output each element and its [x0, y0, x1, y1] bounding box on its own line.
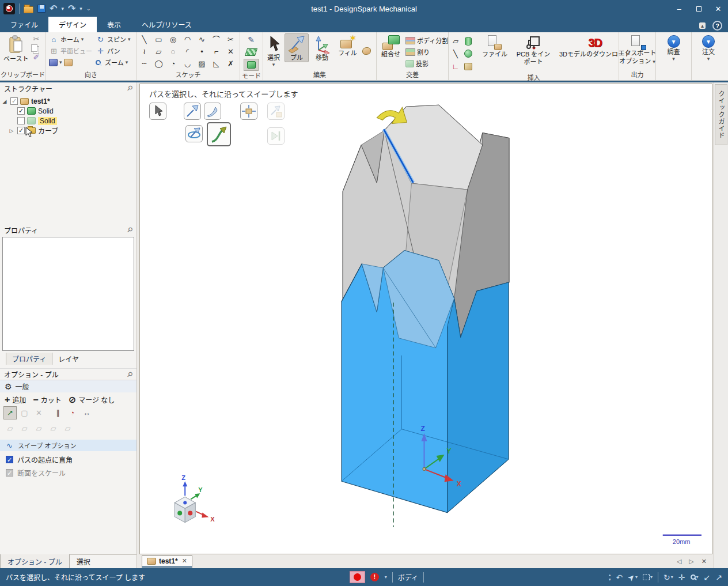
perpendicular-checkbox-row[interactable]: ✓ パスの起点に直角 — [0, 451, 136, 464]
prev-doc-icon[interactable]: ◁ — [677, 558, 681, 565]
help-icon[interactable]: ? — [712, 21, 722, 31]
pull-button[interactable]: プル — [285, 33, 309, 62]
blue-solid-selected[interactable] — [342, 251, 509, 513]
status-pan-icon[interactable]: ✛ — [678, 573, 685, 581]
minimize-button[interactable]: – — [669, 0, 689, 17]
customize-qat-icon[interactable]: ⌄ — [86, 6, 91, 12]
redo-dropdown-icon[interactable]: ▾ — [79, 6, 82, 12]
sketch-mode-icon[interactable]: ✎ — [244, 33, 259, 46]
construction-line-icon[interactable]: ┄ — [142, 60, 147, 67]
sweep-arc-icon[interactable]: ◡ — [184, 60, 191, 67]
scale-section-checkbox[interactable]: ✓ — [6, 469, 13, 477]
options-general-row[interactable]: ⚙ 一般 — [0, 380, 136, 392]
caliper-icon[interactable]: ∥ — [51, 406, 65, 419]
move-button[interactable]: 移動 — [310, 33, 334, 62]
warning-icon[interactable]: ! — [370, 573, 379, 581]
next-doc-icon[interactable]: ▷ — [689, 558, 693, 565]
line-icon[interactable]: ╲ — [142, 36, 147, 43]
tree-row-solid1[interactable]: ✓ Solid — [1, 106, 135, 116]
copy-icon[interactable] — [31, 44, 37, 52]
expand-open-icon[interactable]: ◢ — [1, 99, 8, 104]
solid2-checkbox[interactable] — [17, 117, 25, 124]
root-label[interactable]: test1* — [31, 97, 50, 105]
polyline-icon[interactable]: ≀ — [143, 48, 146, 55]
bend-line-icon[interactable]: ⌐ — [214, 48, 219, 55]
view-cube-button[interactable]: ▾ — [49, 56, 92, 68]
tree-row-root[interactable]: ◢ ✓ test1* — [1, 96, 135, 106]
up-to-button[interactable] — [267, 127, 285, 145]
spinner-control[interactable]: ▴▾ — [609, 573, 611, 581]
circle-icon[interactable]: ◎ — [170, 36, 176, 43]
plan-view-button[interactable]: ⊞平面ビュー — [49, 45, 92, 56]
add-label[interactable]: 追加 — [12, 395, 26, 404]
warning-dropdown-icon[interactable]: ▾ — [385, 574, 387, 580]
selection-filter-label[interactable]: ボディ — [398, 572, 418, 582]
sphere-icon[interactable] — [464, 50, 472, 58]
chamfer-cube-icon[interactable]: ▱ — [3, 422, 17, 435]
root-checkbox[interactable]: ✓ — [10, 97, 18, 105]
pull-straight-button[interactable] — [184, 103, 201, 120]
ellipse-icon[interactable]: ◯ — [154, 60, 163, 67]
combine-button[interactable]: 組合せ — [378, 33, 403, 59]
maximize-button[interactable] — [689, 0, 708, 17]
solid1-label[interactable]: Solid — [38, 107, 54, 115]
project-sketch-icon[interactable]: ◺ — [214, 60, 219, 67]
order-button[interactable]: ▼ 注文 ▾ — [699, 33, 718, 62]
pin-icon[interactable]: ⚲ — [126, 84, 135, 93]
cylinder-icon[interactable] — [465, 37, 472, 46]
perpendicular-checkbox[interactable]: ✓ — [6, 456, 13, 463]
fill-button[interactable]: ✶ フィル — [335, 33, 360, 58]
home-view-button[interactable]: ⌂ホーム▾ — [49, 33, 92, 45]
project-button[interactable]: 投影 — [405, 58, 448, 69]
trim-icon[interactable]: ✂ — [227, 36, 234, 43]
status-orbit-icon[interactable]: ↻▾ — [663, 573, 673, 581]
solid-mode-icon[interactable] — [244, 59, 259, 71]
status-undo-icon[interactable]: ↶ — [616, 573, 623, 581]
spin-button[interactable]: ↻スピン▾ — [96, 33, 131, 45]
close-button[interactable]: ✕ — [708, 0, 728, 17]
insert-file-button[interactable]: ファイル — [479, 33, 510, 59]
record-button[interactable] — [350, 571, 365, 583]
bevel-cube-icon[interactable]: ▱ — [18, 422, 31, 435]
status-zoom-icon[interactable]: ▾ — [691, 574, 699, 580]
polygon-icon[interactable]: ▱ — [156, 48, 162, 55]
cut-icon[interactable]: ✂ — [31, 35, 41, 43]
select-button[interactable]: 選択 ▾ — [264, 33, 283, 68]
doc-close-icon[interactable]: ✕ — [182, 557, 187, 565]
axis-icon[interactable]: ∟ — [451, 63, 461, 70]
corner-arc-icon[interactable]: ⌒ — [213, 36, 220, 43]
3d-scene[interactable]: Z Y X — [140, 84, 712, 554]
add-icon[interactable]: + — [5, 395, 10, 404]
fill-sketch-icon[interactable]: ▨ — [198, 60, 205, 67]
construction-circle-icon[interactable]: ◌ — [171, 48, 176, 55]
measure-button[interactable]: ▼ 調査 ▾ — [665, 33, 683, 62]
open-file-icon[interactable] — [24, 6, 33, 13]
tab-selection[interactable]: 選択 — [70, 554, 97, 569]
pin-icon[interactable]: ⚲ — [126, 225, 135, 235]
save-icon[interactable] — [37, 5, 46, 13]
spline-icon[interactable]: ∿ — [199, 36, 205, 43]
replace-face-button[interactable] — [362, 47, 371, 56]
tab-properties[interactable]: プロパティ — [6, 353, 52, 365]
scale-body-button[interactable] — [240, 103, 257, 120]
shell-icon[interactable] — [464, 63, 472, 70]
split-body-button[interactable]: ボディ分割 — [405, 35, 448, 46]
tab-file[interactable]: ファイル — [0, 17, 48, 32]
close-doc-list-icon[interactable]: ✕ — [702, 558, 707, 565]
pin-icon[interactable]: ⚲ — [126, 369, 135, 379]
split-curve-icon[interactable]: ✕ — [227, 48, 234, 55]
paste-button[interactable]: ペースト — [1, 33, 31, 63]
export-options-button[interactable]: エクスポート オプション ▾ — [616, 33, 659, 65]
tab-help[interactable]: ヘルプ/リソース — [131, 17, 202, 32]
status-cursor-icon[interactable]: ➤▾ — [628, 573, 638, 581]
tab-view[interactable]: 表示 — [97, 17, 131, 32]
model-viewport[interactable]: パスを選択し、それに沿ってスイープします — [139, 84, 712, 554]
tangent-circle-icon[interactable]: ◔ — [171, 60, 176, 67]
tree-row-curves[interactable]: ▷ ✓ カーブ — [1, 126, 135, 135]
crossed-arrows-icon[interactable]: ✕ — [32, 406, 46, 419]
gauge-icon[interactable]: ◔ — [66, 406, 79, 419]
redo-icon[interactable]: ↷ — [68, 4, 75, 13]
tab-layers[interactable]: レイヤ — [52, 353, 85, 365]
undo-dropdown-icon[interactable]: ▾ — [61, 6, 64, 12]
sketch-view-icon[interactable] — [64, 59, 73, 66]
